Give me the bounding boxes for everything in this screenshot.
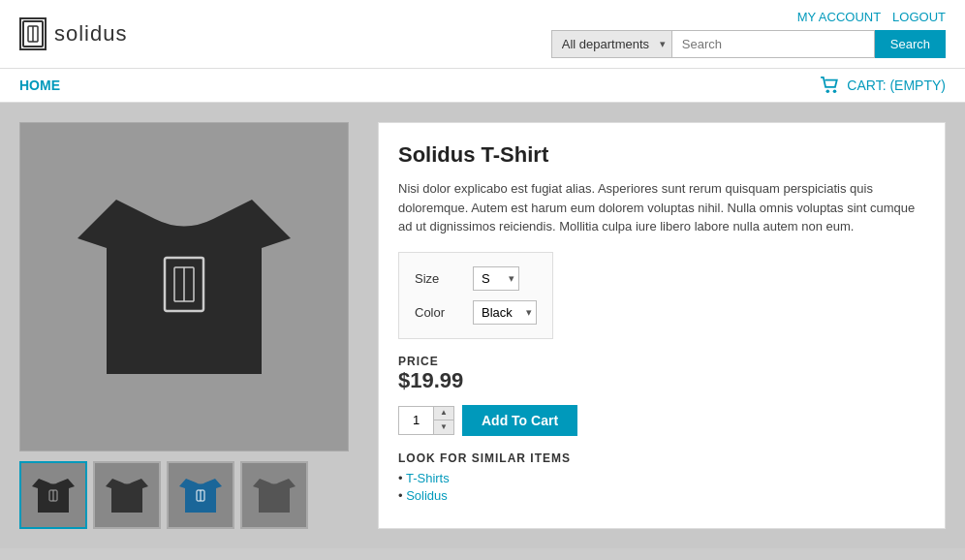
logo-text: solidus bbox=[54, 21, 127, 47]
product-description: Nisi dolor explicabo est fugiat alias. A… bbox=[398, 179, 925, 236]
thumbnails bbox=[19, 461, 349, 529]
quantity-input[interactable] bbox=[399, 407, 434, 434]
size-label: Size bbox=[415, 271, 463, 286]
search-input[interactable] bbox=[671, 30, 875, 58]
search-bar: All departments T-Shirts Accessories Sea… bbox=[551, 30, 946, 58]
similar-list: T-Shirts Solidus bbox=[398, 471, 925, 503]
color-select[interactable]: Black Blue White bbox=[473, 300, 537, 325]
price-value: $19.99 bbox=[398, 368, 925, 393]
thumbnail-3[interactable] bbox=[167, 461, 234, 529]
cart-icon bbox=[820, 77, 841, 94]
quantity-down-button[interactable]: ▼ bbox=[434, 420, 453, 434]
size-select-wrapper: S M L XL bbox=[473, 266, 519, 291]
nav-home: HOME bbox=[19, 78, 60, 93]
size-option-row: Size S M L XL bbox=[415, 266, 537, 291]
nav-bar: HOME CART: (EMPTY) bbox=[0, 69, 965, 103]
quantity-up-button[interactable]: ▲ bbox=[434, 407, 453, 420]
header: solidus MY ACCOUNT LOGOUT All department… bbox=[0, 0, 965, 69]
product-image-section bbox=[19, 122, 349, 529]
logo-area: solidus bbox=[19, 17, 127, 50]
logo-icon bbox=[19, 17, 47, 50]
svg-point-4 bbox=[833, 90, 837, 94]
thumbnail-2[interactable] bbox=[93, 461, 161, 529]
department-wrapper: All departments T-Shirts Accessories bbox=[551, 30, 671, 58]
thumbnail-1[interactable] bbox=[19, 461, 87, 529]
product-container: Solidus T-Shirt Nisi dolor explicabo est… bbox=[19, 122, 946, 529]
product-title: Solidus T-Shirt bbox=[398, 142, 925, 168]
thumbnail-4[interactable] bbox=[240, 461, 308, 529]
main-content: Solidus T-Shirt Nisi dolor explicabo est… bbox=[0, 103, 965, 548]
main-product-image bbox=[19, 122, 349, 451]
similar-link-solidus[interactable]: Solidus bbox=[406, 488, 448, 503]
color-option-row: Color Black Blue White bbox=[415, 300, 537, 325]
options-box: Size S M L XL Color Black bbox=[398, 252, 553, 339]
cart-label: CART: (EMPTY) bbox=[847, 78, 946, 93]
list-item: T-Shirts bbox=[398, 471, 925, 485]
price-section: PRICE $19.99 bbox=[398, 355, 925, 393]
add-to-cart-row: ▲ ▼ Add To Cart bbox=[398, 405, 925, 436]
cart-area[interactable]: CART: (EMPTY) bbox=[820, 77, 946, 94]
header-links: MY ACCOUNT LOGOUT bbox=[797, 10, 946, 24]
header-right: MY ACCOUNT LOGOUT All departments T-Shir… bbox=[551, 10, 946, 58]
similar-title: LOOK FOR SIMILAR ITEMS bbox=[398, 451, 925, 465]
quantity-container: ▲ ▼ bbox=[398, 406, 454, 435]
list-item: Solidus bbox=[398, 488, 925, 503]
my-account-link[interactable]: MY ACCOUNT bbox=[797, 10, 881, 24]
logout-link[interactable]: LOGOUT bbox=[892, 10, 946, 24]
product-details: Solidus T-Shirt Nisi dolor explicabo est… bbox=[378, 122, 946, 529]
home-link[interactable]: HOME bbox=[19, 78, 60, 93]
department-select[interactable]: All departments T-Shirts Accessories bbox=[551, 30, 671, 58]
svg-point-3 bbox=[826, 90, 830, 94]
search-button[interactable]: Search bbox=[875, 30, 946, 58]
quantity-buttons: ▲ ▼ bbox=[434, 407, 453, 434]
color-label: Color bbox=[415, 305, 463, 320]
color-select-wrapper: Black Blue White bbox=[473, 300, 537, 325]
tshirt-svg bbox=[58, 161, 310, 413]
size-select[interactable]: S M L XL bbox=[473, 266, 519, 291]
add-to-cart-button[interactable]: Add To Cart bbox=[462, 405, 577, 436]
price-label: PRICE bbox=[398, 355, 925, 368]
similar-link-tshirts[interactable]: T-Shirts bbox=[406, 471, 450, 485]
similar-section: LOOK FOR SIMILAR ITEMS T-Shirts Solidus bbox=[398, 451, 925, 503]
